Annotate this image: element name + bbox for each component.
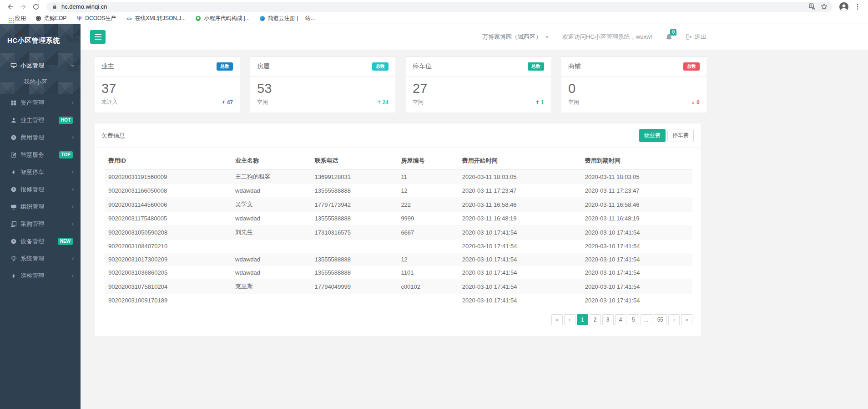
chevron-left-icon bbox=[71, 274, 75, 278]
address-bar[interactable]: hc.demo.winqi.cn bbox=[46, 2, 833, 12]
pagination-button-...[interactable]: ... bbox=[641, 314, 652, 325]
table-row[interactable]: 902020031050590208刘先生1731031657566672020… bbox=[105, 225, 692, 240]
table-cell: 2020-03-10 17:41:54 bbox=[581, 279, 692, 294]
pagination-button-3[interactable]: 3 bbox=[602, 314, 614, 325]
sidebar-subitem-my-community[interactable]: 我的小区 bbox=[0, 74, 81, 90]
pagination-button-»[interactable]: » bbox=[681, 314, 692, 325]
fee-type-button-停车费[interactable]: 停车费 bbox=[667, 129, 694, 142]
table-cell: wdawdad bbox=[232, 266, 311, 279]
table-cell: 2020-03-10 17:41:54 bbox=[459, 225, 581, 240]
notifications-button[interactable]: 0 bbox=[665, 33, 673, 41]
table-row[interactable]: 9020200310091701892020-03-10 17:41:54202… bbox=[105, 294, 692, 307]
menu-dots-icon[interactable] bbox=[852, 1, 863, 12]
table-cell: 1101 bbox=[397, 266, 458, 279]
sidebar-item-智慧停车[interactable]: 智慧停车 bbox=[0, 164, 81, 181]
reload-icon[interactable] bbox=[30, 1, 42, 12]
table-cell: 2020-03-11 16:48:19 bbox=[459, 212, 581, 225]
profile-avatar-icon[interactable] bbox=[837, 1, 851, 13]
table-cell: 13555588888 bbox=[311, 184, 397, 197]
pagination-button-2[interactable]: 2 bbox=[590, 314, 601, 325]
pagination-button-‹[interactable]: ‹ bbox=[564, 314, 575, 325]
bookmark-item[interactable]: 小程序代码构成 |... bbox=[196, 15, 249, 22]
chevron-left-icon bbox=[71, 222, 75, 226]
sidebar-item-业主管理[interactable]: 业主管理 HOT bbox=[0, 112, 81, 129]
table-row[interactable]: 902020031075810204克里斯17794049999c0010220… bbox=[105, 279, 692, 294]
logout-label: 退出 bbox=[695, 33, 707, 41]
table-cell: 2020-03-10 17:41:54 bbox=[581, 225, 692, 240]
greendot-favicon-icon bbox=[196, 16, 201, 21]
table-cell: 2020-03-11 17:23:47 bbox=[459, 184, 581, 197]
table-row[interactable]: 902020031017300209wdawdad135555888881220… bbox=[105, 253, 692, 266]
table-row[interactable]: 902020031166050008wdawdad135555888881220… bbox=[105, 184, 692, 197]
pagination-button-5[interactable]: 5 bbox=[628, 314, 639, 325]
stat-card-delta: 0 bbox=[691, 99, 700, 106]
table-cell bbox=[311, 294, 397, 307]
bolt-icon bbox=[10, 169, 17, 176]
table-row[interactable]: 902020031175480005wdawdad135555888889999… bbox=[105, 212, 692, 225]
table-row[interactable]: 9020200310840702102020-03-10 17:41:54202… bbox=[105, 240, 692, 253]
bookmark-item[interactable]: Ψ DCOOS生产 bbox=[76, 15, 116, 22]
table-row[interactable]: 902020031144560006吴学文177971739422222020-… bbox=[105, 197, 692, 212]
stat-card-sub-label: 未迁入 bbox=[101, 98, 118, 106]
sidebar-toggle-button[interactable] bbox=[90, 30, 106, 44]
table-cell: 2020-03-11 16:58:46 bbox=[581, 197, 692, 212]
bookmark-item[interactable]: 应用 bbox=[6, 15, 26, 22]
bookmark-item[interactable]: 浩鲸EOP bbox=[36, 15, 66, 22]
arrears-panel: 欠费信息 物业费停车费 费用ID业主名称联系电话房屋编号费用开始时间费用到期时间… bbox=[95, 123, 701, 336]
pagination-button-4[interactable]: 4 bbox=[615, 314, 626, 325]
pagination-button-«[interactable]: « bbox=[551, 314, 563, 325]
logout-button[interactable]: 退出 bbox=[686, 33, 707, 41]
table-row[interactable]: 902020031036860205wdawdad135555888881101… bbox=[105, 266, 692, 279]
url-text[interactable]: hc.demo.winqi.cn bbox=[61, 3, 806, 10]
table-cell: 2020-03-10 17:41:54 bbox=[459, 294, 581, 307]
table-row[interactable]: 902020031191560009王二狗的租客1369912803111202… bbox=[105, 169, 692, 184]
sidebar: HC小区管理系统 小区管理 我的小区 资产管理 业主管理 HOT 费用管理 智慧… bbox=[0, 24, 81, 409]
sidebar-item-系统管理[interactable]: 系统管理 bbox=[0, 250, 81, 267]
stat-card-total-badge: 总数 bbox=[683, 62, 700, 71]
sidebar-item-组织管理[interactable]: 组织管理 bbox=[0, 198, 81, 215]
community-selector[interactable]: 万博家博园（城西区） bbox=[482, 33, 550, 41]
column-header: 费用ID bbox=[105, 153, 232, 169]
browser-chrome: hc.demo.winqi.cn 应用 浩鲸EOP Ψ DCOOS生产 <> 在… bbox=[0, 0, 868, 24]
table-cell: wdawdad bbox=[232, 212, 311, 225]
bookmark-star-icon[interactable] bbox=[818, 2, 830, 11]
sidebar-item-资产管理[interactable]: 资产管理 bbox=[0, 94, 81, 112]
apps-favicon-icon bbox=[6, 16, 12, 21]
table-cell: 2020-03-11 17:23:47 bbox=[581, 184, 692, 197]
pagination-button-›[interactable]: › bbox=[668, 314, 680, 325]
sidebar-item-巡检管理[interactable]: 巡检管理 bbox=[0, 267, 81, 285]
sidebar-item-采购管理[interactable]: 采购管理 bbox=[0, 215, 81, 233]
app-title: HC小区管理系统 bbox=[0, 24, 81, 57]
column-header: 房屋编号 bbox=[397, 153, 458, 169]
bolt-icon bbox=[10, 273, 17, 280]
forward-icon[interactable] bbox=[17, 1, 29, 12]
sidebar-item-community-management[interactable]: 小区管理 bbox=[0, 57, 81, 74]
sidebar-item-智慧服务[interactable]: 智慧服务 TOP bbox=[0, 146, 81, 164]
bolt-icon bbox=[221, 100, 226, 105]
fee-type-button-物业费[interactable]: 物业费 bbox=[639, 129, 666, 142]
bookmark-item[interactable]: <> 在线XML转JSON,J... bbox=[126, 15, 186, 22]
bookmark-label: 应用 bbox=[15, 15, 26, 22]
bookmark-label: 小程序代码构成 |... bbox=[204, 15, 249, 22]
translate-icon[interactable] bbox=[806, 2, 818, 11]
arrow-down-icon bbox=[691, 100, 696, 105]
bookmark-item[interactable]: 简道云注册 | 一站... bbox=[260, 15, 315, 22]
table-cell: 902020031191560009 bbox=[105, 169, 232, 184]
table-cell: 902020031084070210 bbox=[105, 240, 232, 253]
copy-icon bbox=[10, 221, 17, 228]
pagination-button-55[interactable]: 55 bbox=[654, 314, 667, 325]
table-header-row: 费用ID业主名称联系电话房屋编号费用开始时间费用到期时间 bbox=[105, 153, 692, 169]
back-icon[interactable] bbox=[5, 1, 16, 12]
stat-card-delta: 24 bbox=[377, 99, 389, 106]
chevron-left-icon bbox=[71, 256, 75, 261]
column-header: 费用开始时间 bbox=[459, 153, 581, 169]
sidebar-item-费用管理[interactable]: 费用管理 bbox=[0, 129, 81, 146]
anchor-favicon-icon: Ψ bbox=[76, 16, 82, 21]
logout-icon bbox=[686, 34, 692, 40]
pagination: «‹12345...55›» bbox=[103, 314, 692, 325]
stat-cards: 业主 总数 37 未迁入 47 房屋 总数 53 空闲 24 bbox=[95, 56, 707, 112]
pagination-button-1[interactable]: 1 bbox=[577, 314, 588, 325]
sidebar-item-设备管理[interactable]: 设备管理 NEW bbox=[0, 233, 81, 250]
sidebar-item-报修管理[interactable]: 报修管理 bbox=[0, 181, 81, 198]
stat-card-title: 停车位 bbox=[413, 62, 432, 71]
